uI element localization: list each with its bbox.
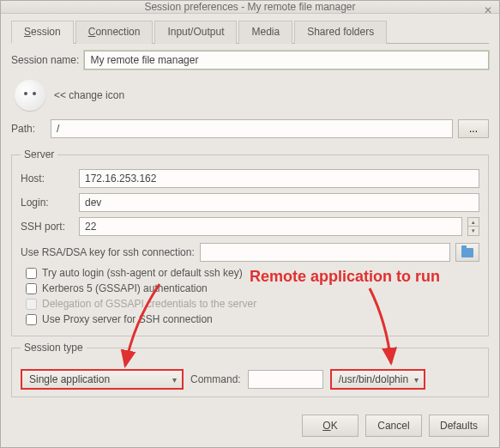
- session-type-combo[interactable]: Single application: [21, 369, 184, 390]
- delegation-label: Delegation of GSSAPI credentials to the …: [42, 298, 256, 310]
- tab-connection[interactable]: Connection: [75, 21, 154, 44]
- tab-shared[interactable]: Shared folders: [294, 21, 387, 44]
- sshport-spinner[interactable]: ▴ ▾: [467, 217, 479, 236]
- auto-login-checkbox[interactable]: [26, 268, 37, 279]
- command-path-value: /usr/bin/dolphin: [339, 373, 408, 385]
- tab-io[interactable]: Input/Output: [154, 21, 237, 44]
- host-input[interactable]: [79, 169, 479, 188]
- tab-media[interactable]: Media: [238, 21, 292, 44]
- sshport-label: SSH port:: [21, 221, 74, 233]
- session-type-group: Session type Single application Command:…: [11, 342, 489, 397]
- auto-login-label: Try auto login (ssh-agent or default ssh…: [42, 267, 243, 279]
- login-label: Login:: [21, 197, 74, 209]
- path-input[interactable]: [51, 119, 453, 138]
- spinner-up-icon[interactable]: ▴: [467, 217, 479, 227]
- key-browse-button[interactable]: [455, 243, 479, 262]
- session-type-value: Single application: [29, 373, 110, 385]
- tab-session[interactable]: Session: [11, 21, 74, 44]
- session-type-legend: Session type: [21, 342, 87, 354]
- session-icon[interactable]: [15, 80, 45, 111]
- defaults-button[interactable]: Defaults: [429, 415, 489, 437]
- titlebar: Session preferences - My remote file man…: [1, 1, 499, 14]
- session-name-label: Session name:: [11, 54, 79, 66]
- login-input[interactable]: [79, 193, 479, 212]
- kerberos-checkbox[interactable]: [26, 283, 37, 294]
- folder-icon: [461, 248, 473, 257]
- path-browse-button[interactable]: ...: [458, 119, 489, 138]
- cancel-button[interactable]: Cancel: [365, 415, 422, 437]
- key-label: Use RSA/DSA key for ssh connection:: [21, 246, 195, 258]
- spinner-down-icon[interactable]: ▾: [467, 227, 479, 236]
- kerberos-label: Kerberos 5 (GSSAPI) authentication: [42, 282, 208, 294]
- key-input[interactable]: [200, 243, 450, 262]
- host-label: Host:: [21, 173, 74, 185]
- proxy-label: Use Proxy server for SSH connection: [42, 313, 213, 325]
- tabs: Session Connection Input/Output Media Sh…: [11, 21, 489, 44]
- command-path-combo[interactable]: /usr/bin/dolphin: [330, 369, 425, 390]
- command-label: Command:: [190, 373, 241, 385]
- path-label: Path:: [11, 123, 45, 135]
- proxy-checkbox[interactable]: [26, 314, 37, 325]
- session-name-input[interactable]: [84, 51, 489, 70]
- change-icon-link[interactable]: << change icon: [54, 89, 124, 101]
- command-input[interactable]: [248, 370, 323, 389]
- sshport-input[interactable]: [79, 217, 462, 236]
- delegation-checkbox: [26, 299, 37, 310]
- server-legend: Server: [21, 148, 57, 160]
- ok-button[interactable]: OK: [302, 415, 358, 437]
- window-title: Session preferences - My remote file man…: [144, 1, 355, 13]
- server-group: Server Host: Login: SSH port: ▴ ▾ Use RS…: [11, 148, 489, 336]
